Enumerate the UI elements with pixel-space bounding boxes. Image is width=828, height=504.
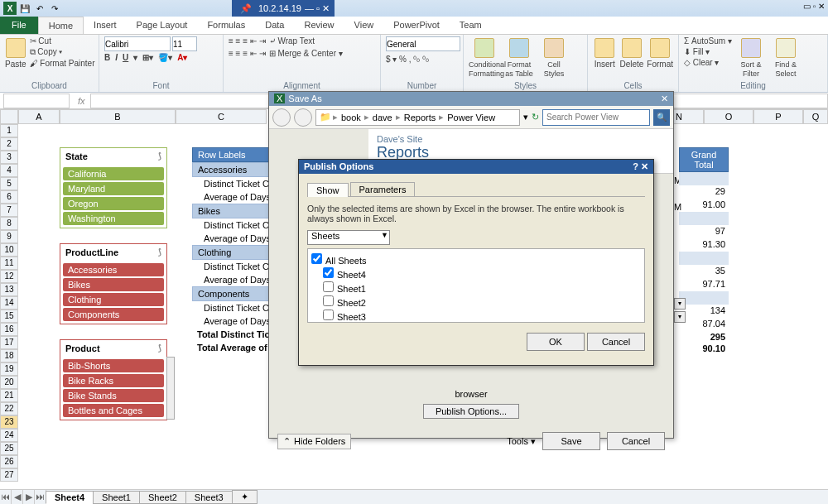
sheet-tab[interactable]: Sheet4 — [46, 491, 94, 504]
row-header[interactable]: 2 — [0, 137, 18, 151]
autosum-button[interactable]: Σ AutoSum ▾ — [684, 36, 732, 46]
col-b[interactable]: B — [60, 109, 176, 124]
refresh-icon[interactable]: ↻ — [532, 112, 539, 122]
underline-button[interactable]: U — [123, 53, 128, 62]
tab-page-layout[interactable]: Page Layout — [127, 17, 198, 34]
help-icon[interactable]: ? — [633, 161, 638, 171]
tab-review[interactable]: Review — [294, 17, 344, 34]
tab-view[interactable]: View — [344, 17, 384, 34]
scrollbar[interactable] — [166, 357, 175, 420]
prev-sheet-button[interactable]: ◀ — [12, 490, 23, 504]
sheet-checkbox[interactable]: Sheet1 — [311, 281, 641, 295]
row-header[interactable]: 17 — [0, 336, 18, 349]
slicer-item[interactable]: Bikes — [63, 278, 164, 291]
undo-icon[interactable]: ↶ — [33, 2, 46, 15]
fill-button[interactable]: ⬇ Fill ▾ — [684, 47, 732, 56]
border-button[interactable]: ⊞▾ — [142, 53, 153, 62]
slicer-item[interactable]: Bib-Shorts — [63, 359, 164, 372]
slicer-item[interactable]: Bottles and Cages — [63, 404, 164, 417]
slicer-item[interactable]: Maryland — [63, 182, 164, 195]
sheet-tab[interactable]: Sheet2 — [139, 491, 186, 504]
clear-filter-icon[interactable]: ⟆ — [158, 343, 161, 353]
name-box[interactable] — [3, 94, 70, 108]
row-header[interactable]: 22 — [0, 402, 18, 415]
slicer-item[interactable]: California — [63, 167, 164, 180]
font-size-select[interactable] — [172, 36, 197, 51]
row-header[interactable]: 7 — [0, 204, 18, 217]
row-header[interactable]: 19 — [0, 362, 18, 376]
scroll-button[interactable]: ▾ — [674, 311, 686, 323]
insert-cells-button[interactable]: Insert — [593, 36, 616, 69]
dropdown-icon[interactable]: ▾ — [523, 112, 528, 122]
format-painter-button[interactable]: 🖌 Format Painter — [30, 59, 95, 68]
slicer-item[interactable]: Components — [63, 308, 164, 321]
bold-button[interactable]: B — [104, 53, 110, 62]
clear-filter-icon[interactable]: ⟆ — [158, 151, 161, 161]
row-header[interactable]: 3 — [0, 151, 18, 164]
tab-insert[interactable]: Insert — [84, 17, 127, 34]
search-go-button[interactable]: 🔍 — [653, 109, 670, 126]
font-color-button[interactable]: A▾ — [177, 53, 187, 62]
format-cells-button[interactable]: Format — [647, 36, 673, 69]
row-header[interactable]: 26 — [0, 455, 18, 468]
row-header[interactable]: 8 — [0, 217, 18, 230]
cancel-button[interactable]: Cancel — [607, 432, 665, 450]
close-icon[interactable]: ✕ — [641, 161, 648, 171]
row-header[interactable]: 12 — [0, 270, 18, 283]
col-o[interactable]: O — [704, 109, 753, 124]
clear-filter-icon[interactable]: ⟆ — [158, 247, 161, 257]
cut-button[interactable]: ✂ Cut — [30, 36, 95, 46]
row-header[interactable]: 25 — [0, 442, 18, 455]
tools-dropdown[interactable]: Tools ▾ — [507, 436, 536, 447]
conditional-formatting-button[interactable]: Conditional Formatting — [469, 36, 500, 78]
tab-team[interactable]: Team — [450, 17, 492, 34]
pivot-row-labels-header[interactable]: Row Labels — [192, 147, 272, 162]
cell-styles-button[interactable]: Cell Styles — [538, 36, 570, 78]
select-all-corner[interactable] — [0, 109, 18, 124]
row-header[interactable]: 24 — [0, 429, 18, 442]
search-box[interactable] — [542, 109, 650, 126]
forward-button[interactable] — [294, 108, 312, 127]
row-header[interactable]: 20 — [0, 376, 18, 389]
row-header[interactable]: 23 — [0, 415, 18, 429]
wrap-text-button[interactable]: ⤶ Wrap Text — [269, 36, 315, 46]
row-header[interactable]: 15 — [0, 310, 18, 323]
row-header[interactable]: 4 — [0, 164, 18, 177]
file-tab[interactable]: File — [0, 17, 38, 34]
slicer-product[interactable]: Product⟆ Bib-Shorts Bike Racks Bike Stan… — [60, 339, 167, 420]
row-header[interactable]: 9 — [0, 230, 18, 243]
col-a[interactable]: A — [18, 109, 60, 124]
row-header[interactable]: 14 — [0, 296, 18, 310]
col-q[interactable]: Q — [803, 109, 828, 124]
fill-color-button[interactable]: 🪣▾ — [158, 53, 172, 62]
row-header[interactable]: 27 — [0, 468, 18, 482]
copy-button[interactable]: ⧉ Copy ▾ — [30, 47, 95, 57]
publish-scope-select[interactable]: Sheets — [307, 230, 390, 245]
breadcrumb[interactable]: 📁 ▸book ▸dave ▸Reports ▸Power View — [315, 109, 520, 126]
row-header[interactable]: 21 — [0, 389, 18, 402]
row-header[interactable]: 5 — [0, 177, 18, 190]
row-header[interactable]: 6 — [0, 190, 18, 204]
sheet-tab[interactable]: Sheet1 — [93, 491, 140, 504]
tab-parameters[interactable]: Parameters — [350, 182, 416, 196]
format-as-table-button[interactable]: Format as Table — [503, 36, 535, 78]
slicer-item[interactable]: Accessories — [63, 263, 164, 276]
col-c[interactable]: C — [176, 109, 267, 124]
window-controls[interactable]: ▭ ▫ ✕ — [803, 2, 825, 11]
fx-icon[interactable]: fx — [78, 96, 85, 106]
paste-button[interactable]: Paste — [5, 36, 26, 69]
col-p[interactable]: P — [753, 109, 803, 124]
row-header[interactable]: 13 — [0, 283, 18, 296]
hide-folders-button[interactable]: ⌃Hide Folders — [277, 434, 351, 449]
slicer-item[interactable]: Bike Racks — [63, 374, 164, 387]
first-sheet-button[interactable]: ⏮ — [0, 490, 12, 504]
slicer-item[interactable]: Washington — [63, 212, 164, 225]
number-format-select[interactable] — [386, 36, 460, 51]
row-header[interactable]: 1 — [0, 124, 18, 137]
sheet-checkbox[interactable]: Sheet4 — [311, 266, 641, 281]
ok-button[interactable]: OK — [527, 333, 585, 351]
slicer-productline[interactable]: ProductLine⟆ Accessories Bikes Clothing … — [60, 243, 167, 324]
cancel-button[interactable]: Cancel — [587, 333, 645, 351]
redo-icon[interactable]: ↷ — [48, 2, 61, 15]
close-icon[interactable]: ✕ — [661, 94, 668, 104]
